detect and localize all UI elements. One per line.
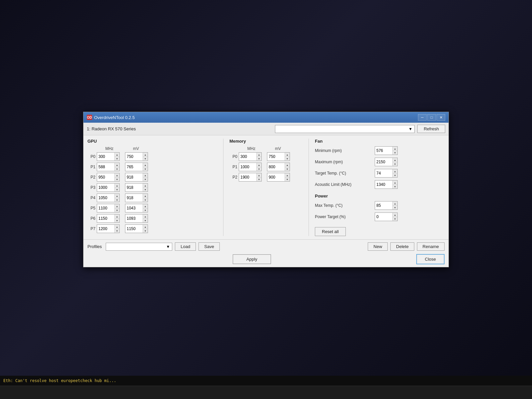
gpu-p0-mv-input[interactable] — [125, 153, 143, 161]
power-field-1-input[interactable] — [375, 213, 392, 221]
gpu-p6-mv-up[interactable]: ▲ — [143, 214, 148, 218]
fan-field-1-up[interactable]: ▲ — [393, 158, 397, 162]
reset-all-button[interactable]: Reset all — [315, 227, 346, 236]
mem-p2-mhz-down[interactable]: ▼ — [257, 177, 261, 181]
fan-field-0-input[interactable] — [375, 147, 392, 155]
mem-p2-mhz-up[interactable]: ▲ — [257, 173, 261, 177]
fan-field-1-down[interactable]: ▼ — [393, 162, 397, 166]
gpu-p3-mhz-up[interactable]: ▲ — [115, 184, 119, 188]
mem-p0-mhz-down[interactable]: ▼ — [257, 157, 261, 161]
gpu-p1-mhz-input[interactable] — [97, 163, 114, 171]
gpu-p1-mv-down[interactable]: ▼ — [143, 167, 148, 171]
gpu-p0-mv-up[interactable]: ▲ — [143, 153, 148, 157]
maximize-button[interactable]: □ — [427, 114, 436, 121]
gpu-p7-mv-down[interactable]: ▼ — [143, 229, 148, 233]
rename-button[interactable]: Rename — [417, 242, 445, 251]
load-button[interactable]: Load — [175, 242, 196, 251]
mem-p1-mv-down[interactable]: ▼ — [285, 167, 290, 171]
gpu-p0-mhz-input[interactable] — [97, 153, 114, 161]
mem-p1-mhz-up[interactable]: ▲ — [257, 163, 261, 167]
gpu-p6-mv-input[interactable] — [125, 214, 143, 222]
gpu-p5-mv-up[interactable]: ▲ — [143, 204, 148, 208]
profiles-dropdown[interactable]: ▼ — [106, 243, 172, 251]
gpu-p3-mv-input[interactable] — [125, 184, 143, 192]
gpu-p3-mv-down[interactable]: ▼ — [143, 188, 148, 192]
mem-p2-mv-input[interactable] — [267, 173, 285, 181]
gpu-p4-mv-up[interactable]: ▲ — [143, 194, 148, 198]
fan-field-3-input[interactable] — [375, 181, 392, 189]
mem-p0-mv-up[interactable]: ▲ — [285, 153, 290, 157]
gpu-p5-mhz-spinner: ▲▼ — [97, 204, 120, 212]
gpu-p0-mhz-up[interactable]: ▲ — [115, 153, 119, 157]
fan-field-2-down[interactable]: ▼ — [393, 173, 397, 177]
gpu-p1-mhz-down[interactable]: ▼ — [115, 167, 119, 171]
gpu-p7-mhz-up[interactable]: ▲ — [115, 225, 119, 229]
gpu-dropdown[interactable]: ▼ — [275, 125, 415, 133]
fan-field-2-input[interactable] — [375, 169, 392, 177]
new-button[interactable]: New — [368, 242, 388, 251]
memory-section: Memory MHz mV P0▲▼▲▼P1▲▼▲▼P2▲▼▲▼ — [229, 139, 303, 236]
gpu-p6-mhz-down[interactable]: ▼ — [115, 218, 119, 222]
mem-p2-mhz-input[interactable] — [239, 173, 256, 181]
gpu-p2-mhz-input[interactable] — [97, 173, 114, 181]
apply-button[interactable]: Apply — [233, 254, 271, 264]
refresh-button[interactable]: Refresh — [417, 125, 445, 133]
gpu-p5-mhz-input[interactable] — [97, 204, 114, 212]
mem-p1-mhz-input[interactable] — [239, 163, 256, 171]
power-field-0-down[interactable]: ▼ — [393, 205, 397, 209]
gpu-p1-mv-input[interactable] — [125, 163, 143, 171]
fan-field-0-up[interactable]: ▲ — [393, 147, 397, 151]
fan-field-2-up[interactable]: ▲ — [393, 169, 397, 173]
gpu-p2-mhz-down[interactable]: ▼ — [115, 177, 119, 181]
power-field-1-up[interactable]: ▲ — [393, 213, 397, 217]
gpu-p0-mv-down[interactable]: ▼ — [143, 157, 148, 161]
gpu-p5-mv-input[interactable] — [125, 204, 143, 212]
power-field-1-down[interactable]: ▼ — [393, 217, 397, 221]
mem-p0-mhz-input[interactable] — [239, 153, 256, 161]
save-button[interactable]: Save — [199, 242, 220, 251]
gpu-p4-mv-down[interactable]: ▼ — [143, 198, 148, 202]
gpu-p3-mhz-down[interactable]: ▼ — [115, 188, 119, 192]
gpu-p2-mhz-up[interactable]: ▲ — [115, 173, 119, 177]
gpu-p4-mv-input[interactable] — [125, 194, 143, 202]
mem-p0-mv-input[interactable] — [267, 153, 285, 161]
mem-p2-mv-down[interactable]: ▼ — [285, 177, 290, 181]
gpu-p2-mv-input[interactable] — [125, 173, 143, 181]
fan-field-3-up[interactable]: ▲ — [393, 181, 397, 185]
gpu-p4-mhz-up[interactable]: ▲ — [115, 194, 119, 198]
mem-p0-mv-down[interactable]: ▼ — [285, 157, 290, 161]
gpu-p3-mhz-input[interactable] — [97, 184, 114, 192]
mem-p2-mv-up[interactable]: ▲ — [285, 173, 290, 177]
fan-field-3-down[interactable]: ▼ — [393, 185, 397, 189]
gpu-p7-mv-up[interactable]: ▲ — [143, 225, 148, 229]
fan-field-1-input[interactable] — [375, 158, 392, 166]
gpu-p7-mhz-input[interactable] — [97, 225, 114, 233]
gpu-p1-mv-up[interactable]: ▲ — [143, 163, 148, 167]
close-main-button[interactable]: Close — [416, 254, 445, 264]
close-button[interactable]: ✕ — [437, 114, 445, 121]
gpu-p1-mhz-up[interactable]: ▲ — [115, 163, 119, 167]
gpu-p3-mv-up[interactable]: ▲ — [143, 184, 148, 188]
gpu-p2-mv-down[interactable]: ▼ — [143, 177, 148, 181]
mem-p0-mhz-up[interactable]: ▲ — [257, 153, 261, 157]
gpu-p7-mv-input[interactable] — [125, 225, 143, 233]
gpu-p6-mhz-up[interactable]: ▲ — [115, 214, 119, 218]
gpu-p6-mhz-input[interactable] — [97, 214, 114, 222]
mem-p1-mv-input[interactable] — [267, 163, 285, 171]
power-field-0-input[interactable] — [375, 201, 392, 209]
gpu-p4-mhz-input[interactable] — [97, 194, 114, 202]
mem-p1-mhz-down[interactable]: ▼ — [257, 167, 261, 171]
mem-p1-mv-up[interactable]: ▲ — [285, 163, 290, 167]
gpu-p6-mv-down[interactable]: ▼ — [143, 218, 148, 222]
power-field-0-up[interactable]: ▲ — [393, 201, 397, 205]
gpu-p4-mhz-down[interactable]: ▼ — [115, 198, 119, 202]
gpu-p2-mv-up[interactable]: ▲ — [143, 173, 148, 177]
gpu-p5-mv-down[interactable]: ▼ — [143, 208, 148, 212]
gpu-p7-mhz-down[interactable]: ▼ — [115, 229, 119, 233]
fan-field-0-down[interactable]: ▼ — [393, 151, 397, 155]
delete-button[interactable]: Delete — [390, 242, 414, 251]
gpu-p5-mhz-up[interactable]: ▲ — [115, 204, 119, 208]
gpu-p0-mhz-down[interactable]: ▼ — [115, 157, 119, 161]
minimize-button[interactable]: ─ — [418, 114, 427, 121]
gpu-p5-mhz-down[interactable]: ▼ — [115, 208, 119, 212]
